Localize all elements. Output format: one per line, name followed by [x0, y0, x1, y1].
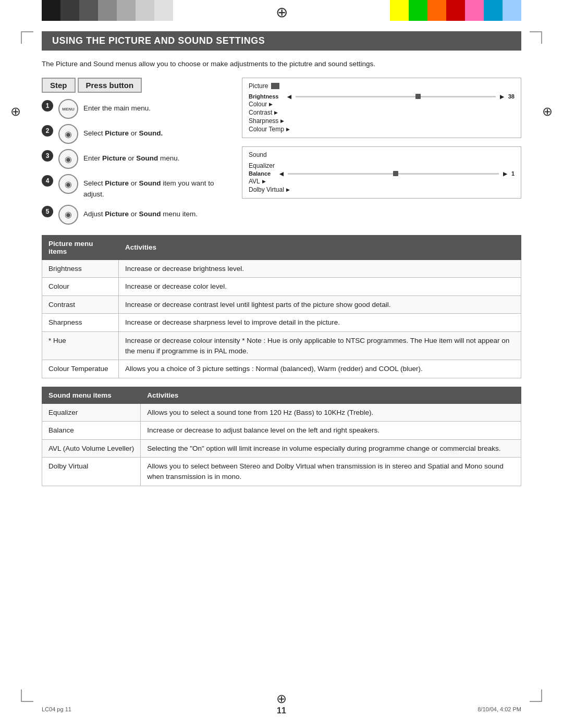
- intro-text: The Picture and Sound menus allow you to…: [42, 59, 521, 69]
- table-cell-activity: Allows you to select between Stereo and …: [141, 458, 521, 486]
- color-block: [136, 0, 154, 21]
- step-text: Adjust Picture or Sound menu item.: [83, 205, 198, 219]
- step-text: Enter Picture or Sound menu.: [83, 149, 180, 164]
- table-row: SharpnessIncrease or decrease sharpness …: [42, 314, 521, 332]
- ok-button-icon: ◉: [58, 205, 78, 225]
- color-block: [60, 0, 79, 21]
- color-block: [117, 0, 136, 21]
- menu-item-dolby: Dolby Virtual▶: [249, 186, 515, 194]
- step-number: 4: [42, 175, 53, 187]
- menu-item-brightness: Brightness ◀ ▶ 38: [249, 93, 515, 100]
- step-number: 1: [42, 100, 53, 112]
- header-bar: ⊕: [0, 0, 563, 21]
- color-block: [79, 0, 98, 21]
- press-button-label: Press button: [78, 78, 142, 93]
- table-cell-item: AVL (Auto Volume Leveller): [42, 439, 141, 458]
- menu-item-colour: Colour▶: [249, 100, 515, 108]
- step-right: Picture Brightness ◀ ▶ 38 Colour: [242, 78, 521, 225]
- table-cell-activity: Allows you a choice of 3 picture setting…: [118, 360, 521, 378]
- sound-table-header-col1: Sound menu items: [42, 387, 141, 403]
- step-number: 3: [42, 150, 53, 162]
- picture-table-header-col2: Activities: [118, 235, 521, 260]
- step-row: 3 ◉ Enter Picture or Sound menu.: [42, 149, 229, 169]
- table-cell-item: Colour Temperatue: [42, 360, 119, 378]
- table-cell-activity: Increase or decrease brightness level.: [118, 260, 521, 278]
- corner-mark-bl: [21, 689, 33, 702]
- menu-item-sharpness: Sharpness▶: [249, 117, 515, 125]
- table-cell-activity: Increase or decrease contrast level unti…: [118, 295, 521, 314]
- table-cell-activity: Increase or decrease to adjust balance l…: [141, 422, 521, 440]
- picture-table: Picture menu items Activities Brightness…: [42, 235, 521, 378]
- footer-center: 11: [277, 706, 286, 715]
- step-rows: 1 MENU Enter the main menu. 2 ◉ Select P…: [42, 99, 229, 225]
- color-block: [154, 0, 173, 21]
- footer-left: LC04 pg 11: [42, 706, 71, 712]
- step-row: 4 ◉ Select Picture or Sound item you wan…: [42, 174, 229, 200]
- step-row: 5 ◉ Adjust Picture or Sound menu item.: [42, 205, 229, 225]
- color-strip-left: [42, 0, 173, 21]
- step-row: 1 MENU Enter the main menu.: [42, 99, 229, 119]
- step-number: 5: [42, 206, 53, 217]
- menu-item-avl: AVL▶: [249, 177, 515, 186]
- reg-mark-center: ⊕: [276, 5, 288, 20]
- table-row: AVL (Auto Volume Leveller)Selecting the …: [42, 439, 521, 458]
- table-cell-activity: Increase or decrease color level.: [118, 278, 521, 296]
- table-cell-item: Sharpness: [42, 314, 119, 332]
- color-block: [446, 0, 465, 21]
- step-number: 2: [42, 125, 53, 137]
- step-label: Step: [42, 78, 76, 93]
- table-cell-activity: Increase or decrease colour intensity * …: [118, 332, 521, 360]
- footer-right: 8/10/04, 4:02 PM: [478, 706, 521, 712]
- page-title: Using the Picture and Sound Settings: [52, 35, 511, 46]
- table-row: Colour TemperatueAllows you a choice of …: [42, 360, 521, 378]
- reg-mark-right: ⊕: [542, 104, 553, 119]
- table-row: BrightnessIncrease or decrease brightnes…: [42, 260, 521, 278]
- sound-table-header-col2: Activities: [141, 387, 521, 403]
- table-row: EqualizerAllows you to select a sound to…: [42, 403, 521, 422]
- corner-mark-br: [530, 689, 542, 702]
- picture-table-header-col1: Picture menu items: [42, 235, 119, 260]
- ok-button-icon: ◉: [58, 174, 78, 194]
- picture-icon: [271, 83, 279, 89]
- table-cell-item: Balance: [42, 422, 141, 440]
- step-left: Step Press button 1 MENU Enter the main …: [42, 78, 229, 225]
- color-block: [42, 0, 60, 21]
- step-text: Select Picture or Sound.: [83, 124, 163, 139]
- table-cell-item: * Hue: [42, 332, 119, 360]
- page-footer: LC04 pg 11 11 8/10/04, 4:02 PM: [0, 706, 563, 712]
- table-cell-item: Equalizer: [42, 403, 141, 422]
- menu-item-balance: Balance ◀ ▶ 1: [249, 170, 515, 177]
- table-cell-item: Colour: [42, 278, 119, 296]
- table-row: Dolby VirtualAllows you to select betwee…: [42, 458, 521, 486]
- table-cell-item: Dolby Virtual: [42, 458, 141, 486]
- step-row: 2 ◉ Select Picture or Sound.: [42, 124, 229, 144]
- ok-button-icon: ◉: [58, 124, 78, 144]
- color-block: [390, 0, 409, 21]
- menu-item-contrast: Contrast▶: [249, 108, 515, 117]
- table-cell-activity: Allows you to select a sound tone from 1…: [141, 403, 521, 422]
- menu-item-equalizer: Equalizer: [249, 162, 515, 170]
- color-block: [503, 0, 521, 21]
- step-text: Enter the main menu.: [83, 99, 151, 114]
- table-cell-activity: Increase or decrease sharpness level to …: [118, 314, 521, 332]
- page-title-box: Using the Picture and Sound Settings: [42, 31, 521, 51]
- step-section: Step Press button 1 MENU Enter the main …: [42, 78, 521, 225]
- table-row: ContrastIncrease or decrease contrast le…: [42, 295, 521, 314]
- ok-button-icon: ◉: [58, 149, 78, 169]
- color-block: [427, 0, 446, 21]
- color-block: [409, 0, 427, 21]
- corner-mark-tl: [21, 31, 33, 44]
- picture-menu-title: Picture: [249, 82, 515, 90]
- sound-menu-mockup: Sound Equalizer Balance ◀ ▶ 1: [242, 146, 521, 199]
- step-text: Select Picture or Sound item you want to…: [83, 174, 229, 200]
- table-row: BalanceIncrease or decrease to adjust ba…: [42, 422, 521, 440]
- sound-menu-title: Sound: [249, 151, 515, 158]
- color-block: [98, 0, 117, 21]
- color-block: [465, 0, 484, 21]
- menu-button-icon: MENU: [58, 99, 78, 119]
- color-strip-right: [390, 0, 521, 21]
- color-block: [484, 0, 503, 21]
- page-content: Using the Picture and Sound Settings The…: [0, 21, 563, 526]
- table-cell-item: Contrast: [42, 295, 119, 314]
- step-header: Step Press button: [42, 78, 229, 93]
